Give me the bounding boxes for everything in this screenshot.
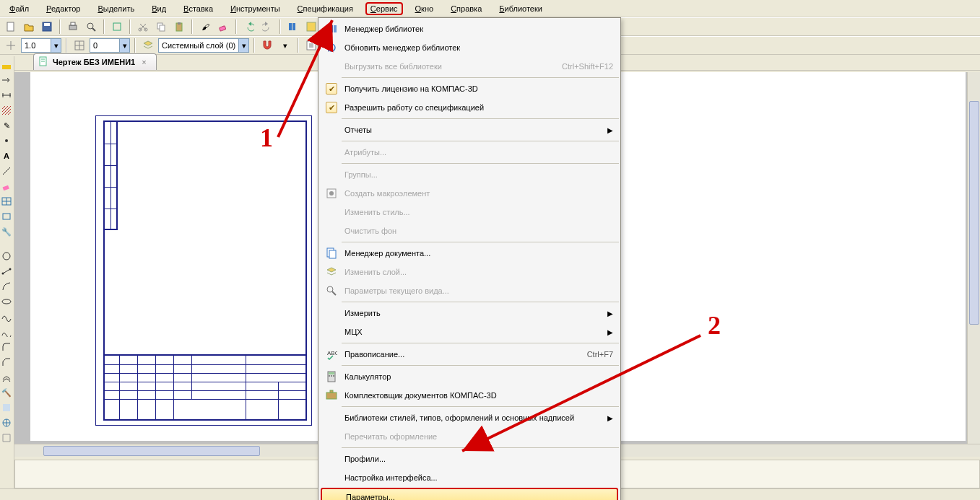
menu-вставка[interactable]: Вставка [178,2,218,15]
menu-справка[interactable]: Справка [446,2,487,15]
menu-item[interactable]: МЦХ▶ [318,323,620,341]
menu-файл[interactable]: Файл [4,2,34,15]
palette-rect-icon[interactable] [0,210,13,223]
palette-arc-icon[interactable] [0,280,13,293]
svg-rect-15 [289,23,292,30]
menu-item[interactable]: Калькулятор [318,367,620,386]
menu-item[interactable]: Профили... [318,449,620,468]
palette-misc2-icon[interactable] [0,431,13,444]
layers-btn-icon[interactable] [140,38,156,53]
chevron-down-icon[interactable]: ▾ [51,39,61,52]
close-icon[interactable]: × [139,58,148,66]
undo-icon[interactable] [241,19,257,35]
submenu-arrow-icon: ▶ [603,414,613,422]
save-icon[interactable] [39,19,55,35]
palette-offset-icon[interactable] [0,371,13,384]
step-combo[interactable]: ▾ [90,38,130,53]
palette-point-icon[interactable] [0,134,13,147]
palette-bezier-icon[interactable] [0,325,13,338]
eraser-icon[interactable] [215,19,231,35]
menu-item-label: Калькулятор [342,372,613,381]
svg-rect-2 [44,23,50,26]
menu-item[interactable]: Менеджер документа... [318,244,620,263]
palette-misc1-icon[interactable] [0,416,13,429]
chevron-down-icon[interactable]: ▾ [277,38,293,53]
vars-icon[interactable] [303,19,319,35]
palette-eraser-icon[interactable] [0,180,13,193]
print-icon[interactable] [65,19,81,35]
menu-сервис[interactable]: Сервис [365,2,403,15]
menu-item[interactable]: ✔Получить лицензию на КОМПАС-3D [318,79,620,98]
lib-icon[interactable] [285,19,301,35]
menu-инструменты[interactable]: Инструменты [225,2,285,15]
grid-icon[interactable] [71,38,87,53]
svg-line-6 [92,28,95,31]
bundle-icon [321,390,342,401]
view-all-icon[interactable] [303,38,319,53]
scale-input[interactable] [22,41,51,50]
menu-item[interactable]: Измерить▶ [318,304,620,323]
new-icon[interactable] [3,19,19,35]
palette-dim-icon[interactable] [0,89,13,102]
menu-item-label: Очистить фон [342,227,613,235]
palette-wrench-icon[interactable]: 🔧 [0,225,13,238]
menu-item[interactable]: Отчеты▶ [318,120,620,139]
palette-spline-icon[interactable] [0,310,13,323]
palette-hatch-icon[interactable] [0,104,13,117]
menu-окно[interactable]: Окно [410,2,439,15]
step-input[interactable] [90,41,119,50]
menu-спецификация[interactable]: Спецификация [292,2,358,15]
copy-icon[interactable] [153,19,169,35]
scale-combo[interactable]: ▾ [21,38,61,53]
menu-item[interactable]: ABCПравописание...Ctrl+F7 [318,345,620,364]
open-icon[interactable] [21,19,37,35]
brush-icon[interactable]: 🖌 [197,19,213,35]
menu-item[interactable]: ✔Разрешить работу со спецификацией [318,98,620,117]
menu-item[interactable]: Библиотеки стилей, типов, оформлений и о… [318,408,620,427]
palette-region-icon[interactable] [0,401,13,414]
palette-hammer-icon[interactable]: 🔨 [0,386,13,399]
scrollbar-vertical[interactable] [967,72,980,444]
chevron-down-icon[interactable]: ▾ [119,39,129,52]
palette-line-icon[interactable] [0,165,13,177]
preview-icon[interactable] [83,19,99,35]
palette-seg-icon[interactable] [0,265,13,278]
menu-item[interactable]: Комплектовщик документов КОМПАС-3D [318,386,620,405]
paste-icon[interactable] [171,19,187,35]
menu-item-label: Параметры текущего вида... [342,286,613,295]
document-tab[interactable]: Чертеж БЕЗ ИМЕНИ1 × [33,53,157,70]
palette-arrow-icon[interactable] [0,74,13,87]
menu-редактор[interactable]: Редактор [41,2,85,15]
magnet-icon[interactable] [259,38,275,53]
menu-item-label: Группы... [342,170,613,179]
menu-item[interactable]: Обновить менеджер библиотек [318,38,620,57]
menu-item[interactable]: Менеджер библиотек [318,19,620,38]
chevron-down-icon[interactable]: ▾ [238,39,248,52]
palette-edit-icon[interactable]: ✎ [0,119,13,132]
menu-библиотеки[interactable]: Библиотеки [494,2,547,15]
cut-icon[interactable] [135,19,151,35]
svg-point-5 [87,23,93,29]
palette-circle-icon[interactable] [0,250,13,263]
svg-rect-7 [113,23,121,30]
palette-chamfer-icon[interactable] [0,356,13,369]
palette-text-icon[interactable]: A [0,149,13,162]
svg-text:ABC: ABC [327,350,337,356]
palette-geom-icon[interactable] [0,58,13,71]
snap-icon[interactable] [3,38,19,53]
palette-ellipse-icon[interactable] [0,295,13,308]
palette-table-icon[interactable] [0,195,13,208]
layer-input[interactable] [159,41,238,50]
palette-fillet-icon[interactable] [0,341,13,354]
layer-combo[interactable]: ▾ [158,38,249,53]
menu-item-label: Выгрузить все библиотеки [342,62,555,71]
layer-icon [321,266,342,278]
menu-item[interactable]: Настройка интерфейса... [318,468,620,487]
tool-a-icon[interactable] [109,19,125,35]
menu-вид[interactable]: Вид [147,2,171,15]
menu-shortcut: Ctrl+Shift+F12 [555,62,613,71]
menu-item[interactable]: Параметры... [321,488,618,500]
submenu-arrow-icon: ▶ [603,328,613,336]
redo-icon[interactable] [259,19,275,35]
menu-выделить[interactable]: Выделить [92,2,139,15]
